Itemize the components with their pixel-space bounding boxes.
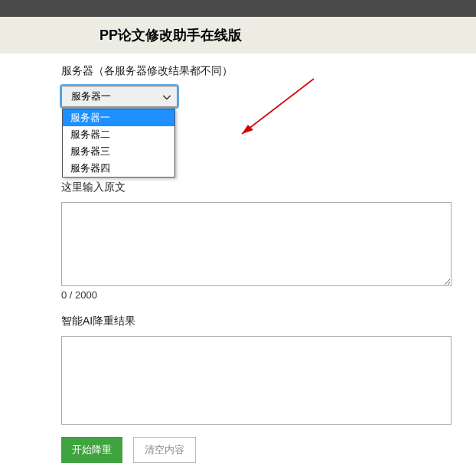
output-section: 智能AI降重结果 bbox=[61, 314, 461, 425]
button-row: 开始降重 清空内容 bbox=[61, 437, 461, 463]
server-option-2[interactable]: 服务器二 bbox=[63, 126, 174, 143]
source-textarea[interactable] bbox=[61, 202, 452, 286]
server-select-value: 服务器一 bbox=[71, 90, 111, 103]
server-option-3[interactable]: 服务器三 bbox=[63, 143, 174, 160]
server-option-1[interactable]: 服务器一 bbox=[63, 109, 174, 126]
svg-line-0 bbox=[242, 79, 314, 134]
page-title: PP论文修改助手在线版 bbox=[0, 17, 476, 54]
main-content: 服务器（各服务器修改结果都不同） 服务器一 服务器一 服务器二 服务器三 服务器… bbox=[0, 54, 476, 463]
input-section: 这里输入原文 0 / 2000 bbox=[61, 181, 461, 301]
server-dropdown: 服务器一 服务器二 服务器三 服务器四 bbox=[62, 109, 175, 178]
server-select[interactable]: 服务器一 bbox=[61, 86, 178, 107]
result-textarea[interactable] bbox=[61, 336, 452, 425]
server-select-wrap: 服务器一 服务器一 服务器二 服务器三 服务器四 bbox=[61, 86, 461, 107]
chevron-down-icon bbox=[163, 91, 171, 103]
output-label: 智能AI降重结果 bbox=[61, 314, 461, 328]
input-label: 这里输入原文 bbox=[61, 181, 461, 194]
clear-button[interactable]: 清空内容 bbox=[133, 437, 196, 463]
start-button[interactable]: 开始降重 bbox=[61, 437, 122, 463]
svg-marker-1 bbox=[242, 125, 253, 134]
server-label: 服务器（各服务器修改结果都不同） bbox=[61, 64, 461, 78]
annotation-arrow-icon bbox=[184, 74, 321, 158]
window-top-bar bbox=[0, 0, 476, 17]
server-option-4[interactable]: 服务器四 bbox=[63, 160, 174, 177]
char-counter: 0 / 2000 bbox=[61, 289, 461, 301]
